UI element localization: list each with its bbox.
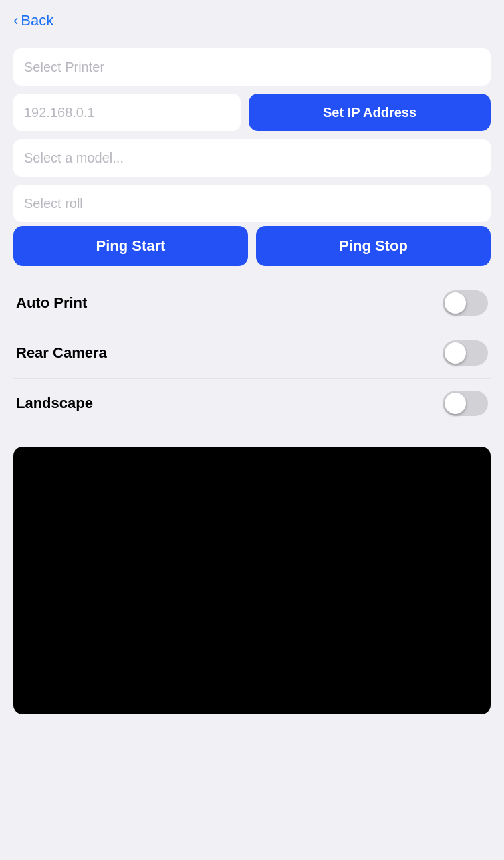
toggle-row-auto-print: Auto Print (13, 278, 491, 328)
select-printer-input[interactable] (13, 48, 491, 86)
toggle-row-rear-camera: Rear Camera (13, 328, 491, 379)
ping-row: Ping Start Ping Stop (13, 226, 491, 266)
auto-print-label: Auto Print (16, 294, 87, 312)
landscape-track (443, 391, 488, 416)
auto-print-toggle[interactable] (443, 290, 488, 316)
header: ‹ Back (13, 0, 491, 43)
rear-camera-thumb (445, 342, 466, 364)
form-section: Set IP Address (13, 48, 491, 222)
auto-print-thumb (445, 292, 466, 314)
rear-camera-toggle[interactable] (443, 340, 488, 366)
landscape-label: Landscape (16, 395, 93, 412)
auto-print-track (443, 290, 488, 316)
back-chevron-icon: ‹ (13, 12, 18, 29)
ping-start-button[interactable]: Ping Start (13, 226, 248, 266)
page-container: ‹ Back Set IP Address Ping Start Ping St… (0, 0, 504, 860)
rear-camera-track (443, 340, 488, 366)
landscape-thumb (445, 393, 466, 414)
toggle-row-landscape: Landscape (13, 379, 491, 428)
rear-camera-label: Rear Camera (16, 344, 107, 362)
camera-preview (13, 447, 491, 714)
select-model-input[interactable] (13, 139, 491, 177)
ip-row: Set IP Address (13, 94, 491, 131)
back-button[interactable]: ‹ Back (13, 12, 53, 29)
set-ip-button[interactable]: Set IP Address (249, 94, 491, 131)
ping-stop-button[interactable]: Ping Stop (256, 226, 491, 266)
back-label: Back (21, 12, 53, 29)
ip-address-input[interactable] (13, 94, 241, 131)
landscape-toggle[interactable] (443, 391, 488, 416)
toggles-section: Auto Print Rear Camera Landscape (13, 278, 491, 428)
select-roll-input[interactable] (13, 185, 491, 222)
